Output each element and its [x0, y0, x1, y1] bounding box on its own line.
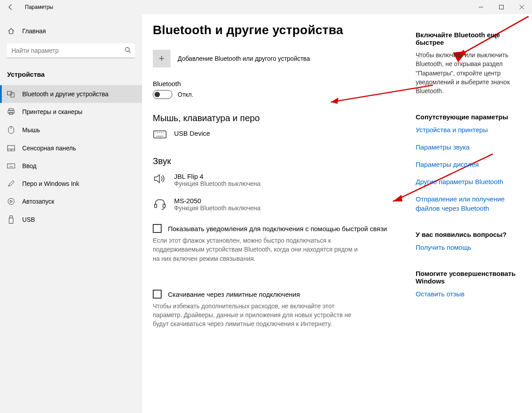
sidebar-item-printers[interactable]: Принтеры и сканеры — [0, 103, 142, 121]
device-status: Функция Bluetooth выключена — [174, 205, 261, 212]
devices-icon — [7, 90, 15, 98]
tip-text: Чтобы включить или выключить Bluetooth, … — [416, 51, 524, 95]
nav-label: Bluetooth и другие устройства — [22, 90, 108, 98]
device-name: JBL Flip 4 — [174, 173, 261, 180]
window-title: Параметры — [21, 4, 53, 10]
usb-icon — [7, 216, 15, 224]
search-box — [7, 43, 135, 58]
svg-rect-24 — [154, 131, 166, 138]
headset-icon — [153, 197, 167, 210]
link-devices-printers[interactable]: Устройства и принтеры — [416, 125, 524, 134]
sidebar-item-typing[interactable]: Ввод — [0, 157, 142, 175]
toggle-state: Откл. — [178, 91, 194, 98]
keyboard-device-icon — [153, 130, 167, 138]
link-sound[interactable]: Параметры звука — [416, 142, 524, 152]
search-input[interactable] — [7, 43, 135, 58]
svg-rect-8 — [9, 109, 13, 110]
sidebar-item-autoplay[interactable]: Автозапуск — [0, 193, 142, 210]
maximize-icon — [499, 5, 504, 9]
sidebar-item-usb[interactable]: USB — [0, 210, 142, 229]
svg-rect-22 — [10, 216, 12, 218]
add-device-button[interactable]: + Добавление Bluetooth или другого устро… — [153, 50, 401, 67]
metered-label: Скачивание через лимитные подключения — [168, 290, 300, 299]
link-send-receive[interactable]: Отправление или получение файлов через B… — [416, 194, 524, 213]
search-icon — [124, 47, 131, 55]
related-heading: Сопутствующие параметры — [416, 113, 524, 121]
touchpad-icon — [7, 145, 15, 151]
link-feedback[interactable]: Оставить отзыв — [416, 289, 524, 299]
page-title: Bluetooth и другие устройства — [153, 23, 401, 37]
section-mouse-heading: Мышь, клавиатура и перо — [153, 113, 401, 123]
keyboard-icon — [7, 163, 15, 169]
device-name: USB Device — [174, 130, 210, 137]
autoplay-icon — [7, 198, 15, 205]
svg-rect-1 — [500, 5, 504, 9]
close-button[interactable] — [512, 0, 532, 14]
svg-line-5 — [129, 51, 131, 53]
close-icon — [520, 5, 524, 9]
nav-label: Сенсорная панель — [22, 145, 76, 152]
swift-pair-label: Показывать уведомления для подключения с… — [168, 224, 387, 233]
titlebar: Параметры — [0, 0, 532, 14]
sidebar: Главная Устройства Bluetooth и другие ус… — [0, 14, 142, 413]
metered-checkbox[interactable] — [153, 290, 162, 299]
nav-label: Мышь — [22, 126, 40, 134]
sidebar-item-bluetooth[interactable]: Bluetooth и другие устройства — [0, 85, 142, 103]
tip-heading: Включайте Bluetooth еще быстрее — [416, 31, 524, 46]
link-display[interactable]: Параметры дисплея — [416, 160, 524, 169]
nav-label: USB — [22, 216, 35, 223]
questions-heading: У вас появились вопросы? — [416, 231, 524, 238]
svg-point-4 — [125, 47, 129, 51]
device-item[interactable]: USB Device — [153, 130, 401, 138]
device-item[interactable]: JBL Flip 4 Функция Bluetooth выключена — [153, 173, 401, 187]
bluetooth-toggle[interactable] — [153, 90, 172, 99]
sidebar-item-mouse[interactable]: Мышь — [0, 121, 142, 139]
svg-rect-9 — [8, 110, 14, 113]
sidebar-item-pen[interactable]: Перо и Windows Ink — [0, 175, 142, 193]
minimize-button[interactable] — [471, 0, 491, 14]
add-device-label: Добавление Bluetooth или другого устройс… — [178, 55, 310, 62]
metered-help: Чтобы избежать дополнительных расходов, … — [153, 302, 361, 329]
svg-point-21 — [8, 198, 14, 205]
speaker-icon — [153, 173, 167, 184]
nav-label: Автозапуск — [22, 198, 54, 205]
svg-rect-23 — [9, 218, 13, 224]
side-panel: Включайте Bluetooth еще быстрее Чтобы вк… — [416, 31, 524, 316]
minimize-icon — [479, 5, 483, 9]
nav-label: Ввод — [22, 162, 36, 169]
home-link[interactable]: Главная — [0, 23, 142, 39]
home-icon — [7, 28, 15, 35]
nav-label: Принтеры и сканеры — [22, 108, 82, 115]
swift-pair-help: Если этот флажок установлен, можно быстр… — [153, 236, 361, 263]
device-status: Функция Bluetooth выключена — [174, 180, 261, 187]
swift-pair-checkbox[interactable] — [153, 224, 162, 233]
svg-rect-16 — [7, 164, 15, 168]
sidebar-item-touchpad[interactable]: Сенсорная панель — [0, 139, 142, 157]
link-get-help[interactable]: Получить помощь — [416, 243, 524, 252]
pen-icon — [7, 180, 15, 187]
printer-icon — [7, 108, 15, 115]
maximize-button[interactable] — [491, 0, 512, 14]
category-header: Устройства — [0, 67, 142, 85]
svg-rect-6 — [8, 91, 12, 95]
device-name: MS-2050 — [174, 197, 261, 205]
arrow-left-icon — [7, 4, 14, 11]
back-button[interactable] — [0, 0, 21, 14]
home-label: Главная — [22, 28, 46, 35]
mouse-icon — [7, 126, 15, 134]
nav-label: Перо и Windows Ink — [22, 180, 79, 187]
bluetooth-label: Bluetooth — [153, 80, 401, 87]
section-sound-heading: Звук — [153, 156, 401, 166]
link-more-bluetooth[interactable]: Другие параметры Bluetooth — [416, 177, 524, 186]
plus-icon: + — [153, 50, 171, 67]
device-item[interactable]: MS-2050 Функция Bluetooth выключена — [153, 197, 401, 212]
feedback-heading: Помогите усовершенствовать Windows — [416, 270, 524, 285]
